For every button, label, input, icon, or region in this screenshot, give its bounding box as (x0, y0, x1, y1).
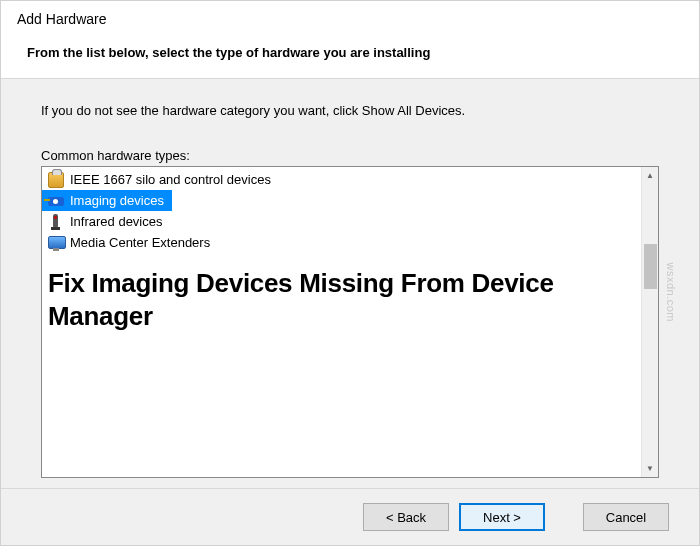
back-button[interactable]: < Back (363, 503, 449, 531)
scrollbar[interactable]: ▲ ▼ (641, 167, 658, 477)
list-item-label: Media Center Extenders (70, 235, 210, 250)
dialog-content: If you do not see the hardware category … (1, 79, 699, 488)
list-label: Common hardware types: (41, 148, 659, 163)
dialog-footer: < Back Next > Cancel (1, 488, 699, 545)
hardware-listbox[interactable]: IEEE 1667 silo and control devices Imagi… (41, 166, 659, 478)
scroll-down-button[interactable]: ▼ (642, 460, 659, 477)
list-item-label: IEEE 1667 silo and control devices (70, 172, 271, 187)
watermark: wsxdn.com (665, 262, 677, 322)
dialog-instruction: From the list below, select the type of … (17, 45, 683, 60)
infrared-icon (48, 214, 64, 230)
scroll-thumb[interactable] (644, 244, 657, 289)
list-item-label: Infrared devices (70, 214, 163, 229)
add-hardware-dialog: Add Hardware From the list below, select… (0, 0, 700, 546)
list-item-infrared[interactable]: Infrared devices (42, 211, 641, 232)
scroll-up-button[interactable]: ▲ (642, 167, 659, 184)
dialog-header: Add Hardware From the list below, select… (1, 1, 699, 78)
list-item-media-center[interactable]: Media Center Extenders (42, 232, 641, 253)
list-item-ieee-silo[interactable]: IEEE 1667 silo and control devices (42, 169, 641, 190)
list-inner: IEEE 1667 silo and control devices Imagi… (42, 167, 641, 477)
scroll-track[interactable] (642, 184, 659, 460)
ieee-silo-icon (48, 172, 64, 188)
hardware-list-wrap: IEEE 1667 silo and control devices Imagi… (41, 166, 659, 478)
overlay-caption: Fix Imaging Devices Missing From Device … (42, 253, 641, 338)
cancel-button[interactable]: Cancel (583, 503, 669, 531)
list-item-label: Imaging devices (70, 193, 164, 208)
button-gap (555, 503, 573, 531)
imaging-devices-icon (48, 193, 64, 209)
dialog-title: Add Hardware (17, 11, 683, 27)
list-item-imaging-devices[interactable]: Imaging devices (42, 190, 172, 211)
media-center-icon (48, 235, 64, 251)
info-text: If you do not see the hardware category … (41, 103, 659, 118)
next-button[interactable]: Next > (459, 503, 545, 531)
